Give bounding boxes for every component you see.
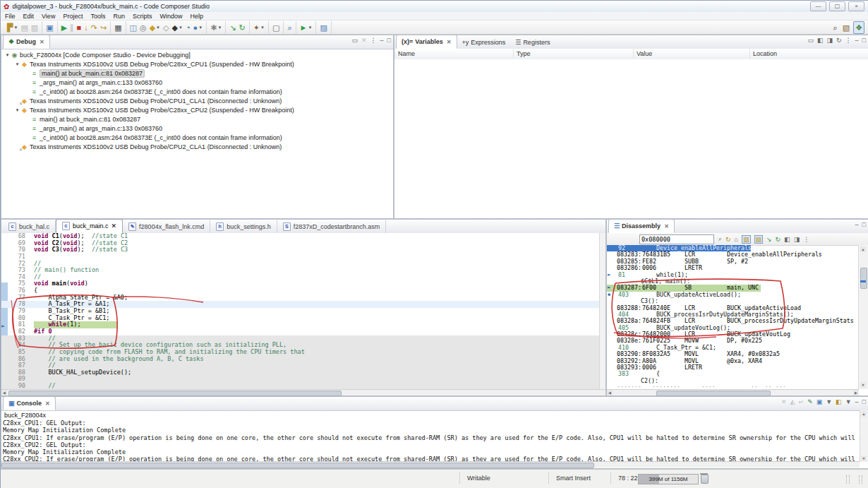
home-icon[interactable]: ⌂ [735, 236, 738, 243]
debug-tree-row[interactable]: ◆✕Texas Instruments XDS100v2 USB Debug P… [1, 96, 393, 105]
open-console-icon[interactable]: ◧ [836, 398, 842, 405]
disassembly-vertical-scrollbar[interactable]: ▲ ▼ [858, 245, 868, 389]
debug-tree-row[interactable]: ≡_c_int00() at boot28.asm:264 0x08373E (… [1, 133, 393, 142]
menu-window[interactable]: Window [159, 13, 182, 20]
show-function-icon[interactable]: ▨ [754, 235, 764, 244]
minimize-icon[interactable]: – [855, 398, 859, 405]
profile-button[interactable]: ◆▼ [171, 22, 184, 33]
garbage-collect-icon[interactable] [701, 475, 709, 484]
close-icon[interactable]: ✕ [40, 39, 44, 45]
debug-tree-row[interactable]: ≡_args_main() at args_main.c:133 0x08376… [1, 124, 393, 133]
debug-tree-row[interactable]: ◆✕Texas Instruments XDS100v2 USB Debug P… [1, 142, 393, 151]
terminate-button[interactable]: ■ [76, 22, 83, 33]
step-into-icon[interactable]: ↘ [766, 236, 772, 243]
save-memory-button[interactable]: ◫ [128, 22, 138, 33]
open-perspective-button[interactable]: ▢ [271, 22, 281, 33]
new-file-button[interactable]: ▛▼ [6, 22, 19, 33]
view-menu-icon[interactable]: ⋮ [845, 37, 852, 44]
debug-tree-row[interactable]: ≡_c_int00() at boot28.asm:264 0x08373E (… [1, 87, 393, 96]
code-line[interactable]: 86 // are used in the background A, B, C… [1, 356, 600, 363]
restore-views-button[interactable]: ↘ [228, 22, 237, 33]
menu-tools[interactable]: Tools [90, 13, 105, 20]
gel-button[interactable]: ●▼ [192, 22, 205, 33]
refresh-icon[interactable]: ↻ [836, 37, 842, 44]
disassembly-row[interactable]: 08328a:764824FBLCRBUCK_processIsrDutyUpd… [607, 318, 859, 324]
expander-icon[interactable]: ▾ [14, 61, 20, 67]
maximize-icon[interactable]: □ [862, 37, 866, 44]
dropdown-arrow-icon[interactable]: ▼ [217, 25, 222, 30]
code-line[interactable]: 70void C3(void); //state C3 [1, 246, 600, 254]
scroll-up-icon[interactable]: ▲ [860, 246, 866, 252]
menu-edit[interactable]: Edit [23, 13, 35, 20]
scroll-left-icon[interactable]: ◀ [607, 390, 613, 395]
scroll-up-icon[interactable]: ▲ [861, 411, 867, 417]
open-search-button[interactable]: ⌕ [286, 22, 293, 33]
minimize-icon[interactable]: – [855, 37, 859, 44]
dropdown-arrow-icon[interactable]: ▼ [13, 25, 18, 30]
editor-tab-f2837xD_codestartbranch.asm[interactable]: Sf2837xD_codestartbranch.asm [277, 220, 387, 233]
maximize-icon[interactable]: □ [387, 37, 391, 44]
tab-disassembly[interactable]: ☰ Disassembly ✕ [608, 219, 675, 233]
step-over-icon[interactable]: ↻ [776, 236, 781, 243]
code-line[interactable]: 81 while(1); [1, 321, 600, 328]
resume-button[interactable]: ▶ [60, 22, 68, 33]
disassembly-address-input[interactable] [639, 234, 714, 244]
close-icon[interactable]: ✕ [45, 400, 50, 407]
expander-icon[interactable]: ▾ [14, 107, 20, 113]
debug-tree-row[interactable]: ▾◆Texas Instruments XDS100v2 USB Debug P… [1, 59, 393, 69]
assembly-step-button[interactable]: ↪ [99, 22, 108, 33]
display-console-icon[interactable]: ▣ [816, 398, 823, 405]
close-icon[interactable]: ✕ [111, 222, 117, 230]
code-editor[interactable]: 68void C1(void); //state C169void C2(voi… [1, 233, 600, 390]
scroll-down-icon[interactable]: ▼ [860, 382, 866, 388]
dropdown-arrow-icon[interactable]: ▼ [198, 25, 203, 30]
menu-view[interactable]: View [42, 13, 55, 20]
dropdown-arrow-icon[interactable]: ▼ [826, 398, 832, 405]
flash-button[interactable]: ◆▼ [148, 22, 162, 33]
view-registers-button[interactable]: ▦ [113, 22, 123, 33]
disassembly-listing[interactable]: 92Device_enableAllPeripherals();083283:7… [607, 245, 859, 389]
show-source-icon[interactable]: ▧ [742, 235, 751, 244]
debug-tree-row[interactable]: ≡main() at buck_main.c:81 0x083287 [1, 114, 393, 124]
new-view-icon[interactable]: ◧ [784, 236, 790, 243]
quick-search-button[interactable]: ⌕ [832, 22, 839, 33]
editor-tab-buck_main.c[interactable]: cbuck_main.c✕ [56, 219, 123, 233]
code-line[interactable]: 75void main(void) [1, 280, 600, 287]
dropdown-arrow-icon[interactable]: ▼ [845, 398, 852, 405]
collapse-all-icon[interactable]: ▭ [351, 37, 358, 44]
dropdown-arrow-icon[interactable]: ▼ [260, 25, 265, 30]
tab-variables[interactable]: (x)=Variables✕ [396, 35, 457, 49]
editor-tab-f28004x_flash_lnk.cmd[interactable]: ✎f28004x_flash_lnk.cmd [123, 220, 210, 233]
view-terminal-button[interactable]: ▣ [44, 22, 54, 33]
maximize-button[interactable]: ▢ [829, 1, 845, 11]
menu-scripts[interactable]: Scripts [133, 13, 152, 20]
collapse-all-icon[interactable]: ▭ [807, 37, 814, 44]
disassembly-row[interactable]: 083293:0006LRETR [607, 364, 859, 371]
minimize-button[interactable]: — [810, 1, 826, 11]
dropdown-arrow-icon[interactable]: ▼ [156, 25, 160, 30]
settings-button[interactable]: ✱▼ [209, 22, 223, 33]
debug-tree-row[interactable]: ▾◆Texas Instruments XDS100v2 USB Debug P… [1, 105, 393, 114]
step-over-button[interactable]: ↷ [90, 22, 99, 33]
disassembly-row[interactable]: 083286:0006LRETR [607, 265, 859, 271]
tab-registers[interactable]: ☰Registers [510, 36, 555, 49]
code-line[interactable]: 71 [1, 254, 600, 261]
maximize-icon[interactable]: □ [862, 398, 866, 405]
connect-target-button[interactable]: ◎ [138, 22, 148, 33]
pin-view-icon[interactable]: ◨ [794, 236, 800, 243]
dropdown-arrow-icon[interactable]: ▼ [179, 25, 183, 30]
editor-tab-buck_settings.h[interactable]: hbuck_settings.h [210, 220, 277, 233]
tab-expressions[interactable]: +yExpressions [457, 36, 511, 49]
column-header-value[interactable]: Value [633, 49, 753, 59]
pin-console-icon[interactable]: ✎ [807, 398, 813, 405]
refresh-icon[interactable]: ↻ [725, 236, 731, 243]
code-line[interactable]: 73// main() function [1, 267, 600, 274]
disassembly-horizontal-scrollbar[interactable]: ◀ ▶ [607, 389, 859, 395]
close-icon[interactable]: ✕ [664, 223, 669, 230]
menu-file[interactable]: File [5, 13, 16, 20]
dropdown-arrow-icon[interactable]: ▼ [308, 25, 312, 30]
tab-debug[interactable]: ❖ Debug ✕ [3, 35, 50, 49]
disassembly-row[interactable]: 08328e:761F0225MOVWDP, #0x225 [607, 338, 859, 344]
code-line[interactable]: 82#if 0 [1, 328, 600, 335]
refresh-target-button[interactable]: ↻ [238, 22, 247, 33]
